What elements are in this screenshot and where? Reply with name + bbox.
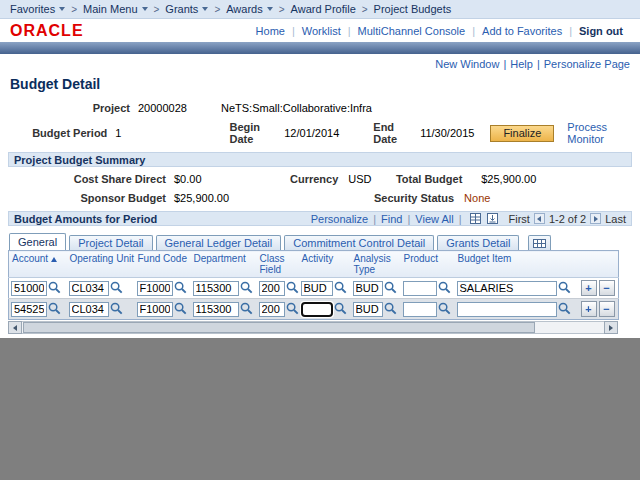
lookup-icon[interactable] — [334, 281, 347, 296]
lookup-icon[interactable] — [558, 302, 571, 317]
last-page-link[interactable]: Last — [605, 213, 626, 225]
page-utility-links: New WindowHelpPersonalize Page — [8, 58, 630, 70]
tab-general-ledger-detail[interactable]: General Ledger Detail — [156, 235, 282, 250]
first-page-link[interactable]: First — [509, 213, 530, 225]
col-header-account[interactable]: Account — [9, 251, 67, 278]
scroll-left-icon[interactable] — [8, 321, 22, 334]
link-sign-out[interactable]: Sign out — [579, 25, 623, 37]
analysis-type-input[interactable] — [353, 302, 383, 317]
lookup-icon[interactable] — [558, 281, 571, 296]
lookup-icon[interactable] — [240, 281, 253, 296]
sponsor-budget-label: Sponsor Budget — [8, 192, 166, 204]
tab-grants-detail[interactable]: Grants Detail — [437, 235, 519, 250]
col-header-activity[interactable]: Activity — [299, 251, 351, 278]
next-page-icon[interactable] — [590, 213, 601, 224]
lookup-icon[interactable] — [286, 302, 299, 317]
col-header-department[interactable]: Department — [191, 251, 257, 278]
delete-row-button[interactable]: − — [599, 301, 615, 317]
finalize-button[interactable]: Finalize — [490, 125, 554, 142]
lookup-icon[interactable] — [110, 302, 123, 317]
col-header-product[interactable]: Product — [401, 251, 455, 278]
grid-title: Budget Amounts for Period — [14, 213, 157, 225]
link-divider — [472, 25, 475, 37]
breadcrumb-item-favorites[interactable]: Favorites — [10, 3, 65, 15]
activity-input[interactable] — [301, 302, 333, 317]
lookup-icon[interactable] — [174, 281, 187, 296]
link-add-to-favorites[interactable]: Add to Favorites — [482, 25, 562, 37]
breadcrumb-item-award-profile[interactable]: Award Profile — [291, 3, 356, 15]
breadcrumb-separator — [356, 3, 374, 15]
department-input[interactable] — [193, 281, 239, 296]
security-status-label: Security Status — [374, 192, 454, 204]
link-multichannel-console[interactable]: MultiChannel Console — [358, 25, 466, 37]
horizontal-scrollbar[interactable] — [8, 321, 618, 334]
breadcrumb-item-awards[interactable]: Awards — [226, 3, 272, 15]
product-input[interactable] — [403, 302, 437, 317]
department-input[interactable] — [193, 302, 239, 317]
lookup-icon[interactable] — [110, 281, 123, 296]
fund-code-input[interactable] — [137, 302, 173, 317]
find-link[interactable]: Find — [381, 213, 402, 225]
lookup-icon[interactable] — [48, 281, 61, 296]
add-row-button[interactable]: + — [581, 301, 597, 317]
lookup-icon[interactable] — [286, 281, 299, 296]
lookup-icon[interactable] — [384, 302, 397, 317]
lookup-icon[interactable] — [384, 281, 397, 296]
account-input[interactable] — [11, 302, 47, 317]
personalize-link[interactable]: Personalize — [311, 213, 368, 225]
col-header-fund-code[interactable]: Fund Code — [135, 251, 191, 278]
product-input[interactable] — [403, 281, 437, 296]
lookup-icon[interactable] — [48, 302, 61, 317]
grid-tab-bar: General Project Detail General Ledger De… — [8, 232, 632, 250]
link-worklist[interactable]: Worklist — [302, 25, 341, 37]
operating-unit-input[interactable] — [69, 302, 109, 317]
security-status-value: None — [464, 192, 490, 204]
tab-project-detail[interactable]: Project Detail — [69, 235, 152, 250]
account-input[interactable] — [11, 281, 47, 296]
grid-toolbar: Personalize Find View All First 1-2 of 2… — [311, 213, 626, 225]
lookup-icon[interactable] — [438, 302, 451, 317]
col-header-analysis-type[interactable]: Analysis Type — [351, 251, 401, 278]
fund-code-input[interactable] — [137, 281, 173, 296]
banner-links: Home Worklist MultiChannel Console Add t… — [249, 25, 630, 37]
class-field-input[interactable] — [259, 302, 285, 317]
lookup-icon[interactable] — [240, 302, 253, 317]
budget-item-input[interactable] — [457, 281, 557, 296]
download-icon[interactable] — [487, 213, 498, 224]
breadcrumb-item-project-budgets[interactable]: Project Budgets — [374, 3, 452, 15]
view-all-link[interactable]: View All — [415, 213, 453, 225]
tab-commitment-control-detail[interactable]: Commitment Control Detail — [284, 235, 434, 250]
scroll-right-icon[interactable] — [604, 321, 618, 334]
delete-row-button[interactable]: − — [599, 280, 615, 296]
analysis-type-input[interactable] — [353, 281, 383, 296]
budget-period-value: 1 — [115, 127, 121, 139]
link-home[interactable]: Home — [256, 25, 285, 37]
budget-item-input[interactable] — [457, 302, 557, 317]
process-monitor-link[interactable]: Process Monitor — [567, 121, 632, 145]
lookup-icon[interactable] — [438, 281, 451, 296]
link-new-window[interactable]: New Window — [435, 58, 499, 70]
link-divider — [533, 58, 544, 70]
lookup-icon[interactable] — [174, 302, 187, 317]
breadcrumb-item-grants[interactable]: Grants — [165, 3, 208, 15]
lookup-icon[interactable] — [334, 302, 347, 317]
project-description: NeTS:Small:Collaborative:Infra — [221, 102, 372, 114]
link-personalize-page[interactable]: Personalize Page — [544, 58, 630, 70]
add-row-button[interactable]: + — [581, 280, 597, 296]
prev-page-icon[interactable] — [534, 213, 545, 224]
total-budget-label: Total Budget — [390, 173, 462, 185]
col-header-budget-item[interactable]: Budget Item — [455, 251, 577, 278]
col-header-operating-unit[interactable]: Operating Unit — [67, 251, 135, 278]
activity-input[interactable] — [301, 281, 333, 296]
zoom-grid-icon[interactable] — [470, 213, 481, 224]
class-field-input[interactable] — [259, 281, 285, 296]
col-header-class-field[interactable]: Class Field — [257, 251, 299, 278]
operating-unit-input[interactable] — [69, 281, 109, 296]
breadcrumb-item-main-menu[interactable]: Main Menu — [83, 3, 147, 15]
scrollbar-thumb[interactable] — [23, 322, 535, 333]
tab-general[interactable]: General — [9, 233, 66, 250]
link-help[interactable]: Help — [510, 58, 533, 70]
scrollbar-track[interactable] — [22, 321, 604, 334]
end-date-value: 11/30/2015 — [420, 127, 474, 139]
show-all-columns-tab[interactable] — [528, 235, 551, 250]
